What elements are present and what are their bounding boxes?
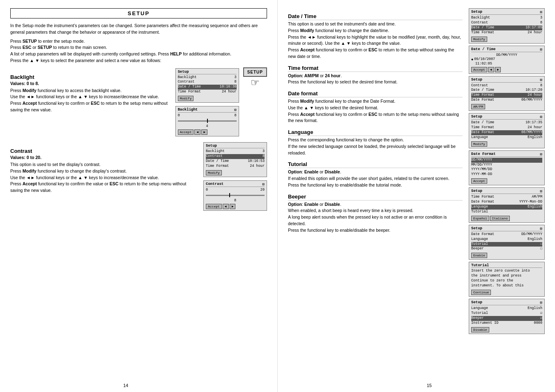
accept-button[interactable]: Accept xyxy=(178,129,194,135)
beep-row-language: LanguageEnglish xyxy=(471,306,542,311)
tf-ampm-btn[interactable]: AM/PM xyxy=(471,104,485,109)
tf-setup-row-dateformat: Date Format00/MM/YYYY xyxy=(471,98,542,103)
intro-section: In the Setup mode the instrument's param… xyxy=(10,23,267,64)
timeformat-body: Option: AM/PM or 24 hour. Press the func… xyxy=(288,73,463,86)
contrast-setup-header: Setup xyxy=(206,144,265,148)
backlight-max: 8 xyxy=(235,113,237,118)
beep-row-tutorial: Tutorial☑ xyxy=(471,311,542,316)
backlight-btn-row: Accept ◄ ► xyxy=(178,129,237,135)
df-setup-row-dateformat: Date Format00/MM/YYYY xyxy=(471,130,542,135)
dfp-row-yyyymmdd2: YYYY-MM-DD xyxy=(471,172,542,177)
contrast-popup-header: Contrast ⊟ xyxy=(206,182,265,187)
dfp-accept-btn[interactable]: Accept xyxy=(471,178,487,184)
df-setup-row-timeformat: Time Format24 hour xyxy=(471,125,542,130)
contrast-range: 0 20 xyxy=(206,188,265,192)
tut-row-language: LanguageEnglish xyxy=(471,237,542,242)
dt-date: 09/10/2007 xyxy=(474,57,495,61)
dfp-btn-row: Accept xyxy=(471,178,542,184)
dt-setup-header: Setup ⊟ xyxy=(471,10,542,15)
contrast-title: Contrast xyxy=(10,148,197,154)
dt-date-row: ◆ 09/10/2007 xyxy=(471,57,542,62)
dt-setup-row-datetime: Date / Time10:17:05 xyxy=(471,25,542,30)
dfp-row-yyyymmdd: YYYY/MM/DD xyxy=(471,167,542,172)
beeper-body: Option: Enable or Disable. When enabled,… xyxy=(288,201,463,234)
dateformat-popup-screen: Date Format ⊟ DD/MM/YYYY MM/DD/YYYY YYYY… xyxy=(469,150,545,186)
backlight-popup-screen: Backlight ⊟ 0 8 4 Accept ◄ ► xyxy=(175,106,239,136)
page-title: SETUP xyxy=(15,10,263,16)
backlight-slider xyxy=(178,118,237,123)
screen-row-datetime: Date / Time10:16:38 xyxy=(178,85,237,90)
backlight-popup-title: Backlight xyxy=(178,108,198,112)
intro-keys: Press the ▲ ▼ keys to select the paramet… xyxy=(10,58,267,64)
tf-setup-row-timeformat: Time Format24 hour xyxy=(471,93,542,98)
tutorial-setup-screen: Setup ⊟ Date FormatDD/MM/YYYY LanguageEn… xyxy=(469,225,545,260)
lang-row-language: LanguageEnglish xyxy=(471,205,542,210)
contrast-popup-btn-row: Accept ◄ ► xyxy=(206,204,265,209)
dt-accept-btn[interactable]: Accept xyxy=(471,67,487,72)
contrast-value: 8 xyxy=(206,198,265,203)
contrast-min: 0 xyxy=(206,188,208,192)
dt-setup-row-contrast: Contrast8 xyxy=(471,21,542,25)
tut-row-beeper: Beeper☐ xyxy=(471,247,542,251)
dt-right-btn[interactable]: ► xyxy=(495,67,501,72)
page-number-right: 15 xyxy=(427,383,432,388)
dt-format-label: DD/MM/YYYY xyxy=(471,53,542,57)
right-button[interactable]: ► xyxy=(201,129,207,135)
dt-modify-btn[interactable]: Modify xyxy=(471,37,487,42)
df-setup-row-language: LanguageEnglish xyxy=(471,135,542,140)
contrast-body: This option is used to set the display's… xyxy=(10,161,197,194)
intro-press-setup: Press SETUP to enter the setup mode. xyxy=(10,38,267,45)
tut-enable-btn[interactable]: Enable xyxy=(471,253,487,258)
intro-press-esc: Press ESC or SETUP to return to the main… xyxy=(10,44,267,51)
dt-popup-header: Date / Time ⊟ xyxy=(471,47,542,52)
language-body: Press the corresponding functional key t… xyxy=(288,137,463,156)
backlight-range: 0 8 xyxy=(178,113,237,118)
contrast-slider xyxy=(206,193,265,198)
backlight-setup-screen: Setup Backlight3 Contrast8 Date / Time10… xyxy=(175,68,239,103)
contrast-setup-title: Setup xyxy=(206,144,217,148)
datetime-title: Date / Time xyxy=(288,13,463,20)
contrast-popup-icon: ⊟ xyxy=(263,182,265,187)
contrast-screen-row-datetime: Date / Time10:16:53 xyxy=(206,159,265,164)
tut-popup-btn-row: Continue xyxy=(471,290,542,295)
language-title: Language xyxy=(288,129,463,136)
intro-list: A list of setup parameters will be displ… xyxy=(10,51,267,58)
tut-continue-btn[interactable]: Continue xyxy=(471,290,491,295)
contrast-popup-screen: Contrast ⊟ 0 20 8 Accept ◄ ► xyxy=(203,180,267,211)
hand-icon: ☞ xyxy=(243,77,267,88)
screen-row-timeformat: Time Format24 hour xyxy=(178,90,237,95)
beeper-setup-screen: Setup ⊟ LanguageEnglish Tutorial☑ Beeper… xyxy=(469,299,545,334)
modify-button[interactable]: Modify xyxy=(178,96,194,101)
backlight-body: Press Modify functional key to access th… xyxy=(10,88,169,113)
contrast-accept-button[interactable]: Accept xyxy=(206,204,222,209)
df-modify-btn[interactable]: Modify xyxy=(471,141,487,147)
screen-title: Setup xyxy=(178,70,189,74)
lang-btn-row: Español Italiano xyxy=(471,216,542,221)
dt-left-btn[interactable]: ◄ xyxy=(488,67,494,72)
contrast-left-button[interactable]: ◄ xyxy=(223,204,229,209)
lang-row-dateformat: Date FormatYYYY-Mon-DD xyxy=(471,200,542,205)
left-button[interactable]: ◄ xyxy=(194,129,200,135)
contrast-modify-button[interactable]: Modify xyxy=(206,170,222,175)
contrast-right-button[interactable]: ► xyxy=(230,204,236,209)
contrast-screen-row-contrast: Contrast8 xyxy=(206,154,265,159)
beep-header: Setup ⊟ xyxy=(471,300,542,305)
dt-setup-row-timeformat: Time Format24 hour xyxy=(471,30,542,35)
df-setup-header: Setup ⊟ xyxy=(471,115,542,120)
beep-disable-btn[interactable]: Disable xyxy=(471,327,489,332)
dt-setup-btn-row: Modify xyxy=(471,37,542,42)
tutorial-body: Option: Enable or Disable. If enabled th… xyxy=(288,169,463,188)
tut-header: Setup ⊟ xyxy=(471,226,542,231)
dateformat-setup-screen: Setup ⊟ Date / Time10:17:35 Time Format2… xyxy=(469,113,545,148)
lang-italiano-btn[interactable]: Italiano xyxy=(490,216,510,221)
contrast-screen-row-backlight: Backlight3 xyxy=(206,149,265,154)
backlight-subtitle: Values: 0 to 8. xyxy=(10,81,169,86)
dfp-row-mmddyyyy: MM/DD/YYYY xyxy=(471,163,542,168)
setup-title-box: SETUP xyxy=(10,8,267,18)
dateformat-title: Date format xyxy=(288,90,463,97)
beep-row-beeper: Beeper☑ xyxy=(471,316,542,321)
datetime-popup-screen: Date / Time ⊟ DD/MM/YYYY ◆ 09/10/2007 11… xyxy=(469,46,545,74)
device-diagram: SETUP ☞ xyxy=(243,67,267,88)
lang-espanol-btn[interactable]: Español xyxy=(471,216,489,221)
language-setup-screen: Setup ⊟ Time FormatAM/PM Date FormatYYYY… xyxy=(469,187,545,223)
